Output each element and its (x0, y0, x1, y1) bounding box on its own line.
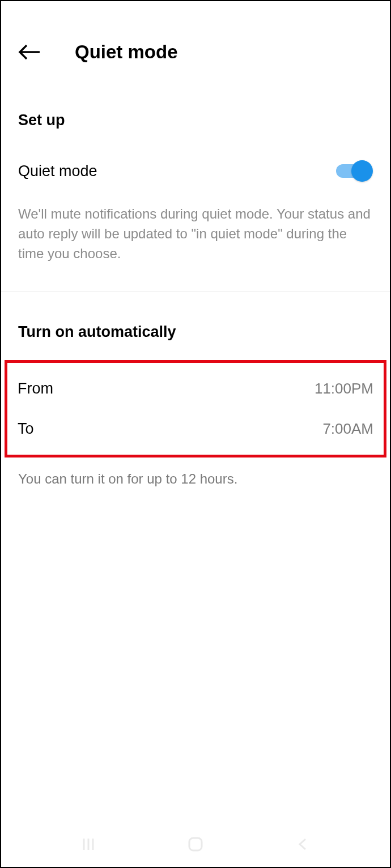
page-title: Quiet mode (75, 41, 178, 63)
from-value: 11:00PM (314, 380, 373, 397)
recents-icon (81, 837, 96, 852)
to-value: 7:00AM (322, 420, 373, 438)
system-nav-bar (1, 822, 390, 867)
to-label: To (18, 420, 34, 438)
svg-rect-3 (189, 838, 202, 850)
setup-heading: Set up (1, 86, 390, 129)
nav-back-button[interactable] (291, 833, 314, 856)
quiet-mode-toggle[interactable] (336, 160, 373, 182)
from-time-row[interactable]: From 11:00PM (7, 369, 384, 409)
highlight-frame: From 11:00PM To 7:00AM (5, 360, 386, 457)
schedule-hint: You can turn it on for up to 12 hours. (1, 460, 390, 487)
header: Quiet mode (1, 1, 390, 86)
to-time-row[interactable]: To 7:00AM (7, 409, 384, 449)
back-button[interactable] (18, 41, 41, 63)
arrow-left-icon (18, 44, 41, 61)
quiet-mode-toggle-row: Quiet mode (1, 129, 390, 182)
from-label: From (18, 380, 53, 397)
toggle-thumb (351, 160, 373, 182)
nav-recents-button[interactable] (77, 833, 100, 856)
nav-home-button[interactable] (184, 833, 207, 856)
home-icon (187, 836, 204, 853)
schedule-heading: Turn on automatically (1, 292, 390, 358)
quiet-mode-description: We'll mute notifications during quiet mo… (1, 182, 390, 292)
quiet-mode-toggle-label: Quiet mode (18, 163, 97, 180)
back-icon (296, 837, 309, 851)
